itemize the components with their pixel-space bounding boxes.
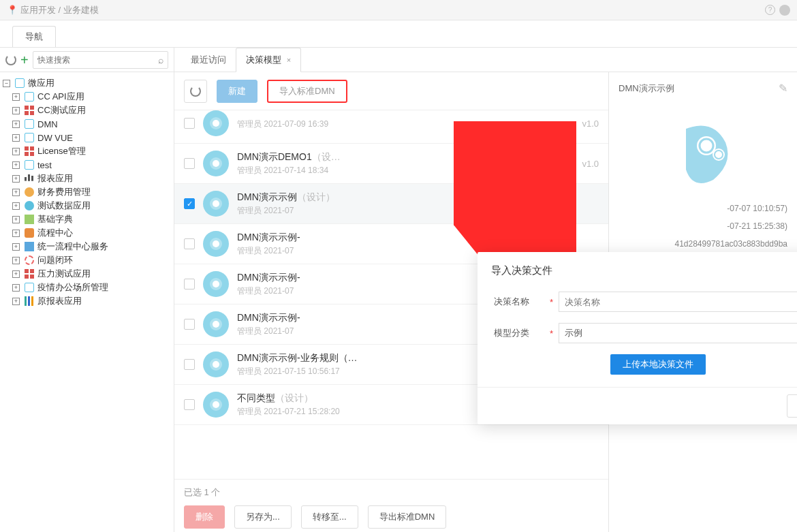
- export-dmn-button[interactable]: 导出标准DMN: [368, 505, 447, 529]
- tree-item[interactable]: +压力测试应用: [3, 267, 171, 281]
- tab-decision-model[interactable]: 决策模型 ×: [236, 48, 301, 72]
- import-dialog: 导入决策文件 ✕ 决策名称 * 模型分类 * 示例 ▼ 上传本地决策文件: [478, 252, 797, 424]
- tree-item[interactable]: +License管理: [3, 144, 171, 158]
- expand-icon[interactable]: +: [12, 93, 20, 101]
- tree-item[interactable]: +CC测试应用: [3, 104, 171, 117]
- new-button[interactable]: 新建: [217, 80, 257, 103]
- svg-point-9: [213, 281, 219, 287]
- tree-item-label: 财务费用管理: [37, 186, 91, 198]
- tree-item[interactable]: +统一流程中心服务: [3, 240, 171, 253]
- tree-item[interactable]: +test: [3, 158, 171, 172]
- add-icon[interactable]: +: [20, 53, 29, 67]
- tree-item[interactable]: +财务费用管理: [3, 185, 171, 199]
- tree-item-label: 压力测试应用: [37, 268, 91, 280]
- refresh-icon[interactable]: [5, 54, 16, 65]
- expand-icon[interactable]: +: [12, 216, 20, 223]
- app-icon: [25, 187, 34, 197]
- tree-item-label: CC API应用: [37, 91, 84, 103]
- svg-point-5: [213, 200, 219, 207]
- expand-icon[interactable]: +: [12, 202, 20, 210]
- selected-count: 已选 1 个: [184, 486, 599, 499]
- required-mark: *: [550, 328, 553, 339]
- tree-item-label: CC测试应用: [37, 104, 86, 116]
- svg-point-15: [213, 401, 219, 408]
- nav-tab[interactable]: 导航: [12, 26, 56, 47]
- import-dmn-button[interactable]: 导入标准DMN: [267, 80, 347, 103]
- tree-item[interactable]: +CC API应用: [3, 90, 171, 104]
- item-checkbox[interactable]: [184, 399, 195, 410]
- list-refresh-button[interactable]: [184, 80, 207, 103]
- upload-button[interactable]: 上传本地决策文件: [610, 354, 706, 375]
- app-icon: [25, 269, 34, 279]
- svg-point-7: [213, 240, 219, 247]
- dialog-close-button[interactable]: 关闭: [787, 394, 797, 418]
- type-label: 模型分类: [494, 327, 548, 339]
- item-checkbox[interactable]: [184, 158, 195, 169]
- tree-item-label: 问题闭环: [37, 254, 73, 266]
- expand-icon[interactable]: +: [12, 243, 20, 251]
- tree-item[interactable]: +基础字典: [3, 213, 171, 226]
- item-title: DMN演示示例-: [237, 232, 591, 244]
- expand-icon[interactable]: +: [12, 230, 20, 237]
- app-icon: [25, 92, 34, 101]
- app-icon: [25, 174, 34, 183]
- expand-icon[interactable]: +: [12, 121, 20, 128]
- tree-item[interactable]: +DMN: [3, 117, 171, 131]
- tree-item-label: DW VUE: [37, 133, 73, 143]
- app-icon: [25, 119, 34, 129]
- item-avatar: [203, 351, 229, 377]
- help-icon[interactable]: ?: [765, 5, 775, 15]
- item-checkbox[interactable]: [184, 118, 195, 129]
- list-item[interactable]: 管理员 2021-07-09 16:39 v1.0: [174, 110, 608, 144]
- list-item[interactable]: DMN演示DEMO1（设… 管理员 2021-07-14 18:34 v1.0: [174, 144, 608, 184]
- expand-icon[interactable]: +: [12, 107, 20, 114]
- tree-item[interactable]: +测试数据应用: [3, 199, 171, 213]
- delete-button[interactable]: 删除: [184, 505, 225, 529]
- tree-root[interactable]: − 微应用: [3, 76, 171, 90]
- tree-item[interactable]: +DW VUE: [3, 131, 171, 144]
- tree-item[interactable]: +报表应用: [3, 172, 171, 185]
- detail-meta: -07-07 10:10:57): [619, 204, 787, 213]
- item-avatar: [203, 392, 229, 418]
- expand-icon[interactable]: +: [12, 298, 20, 305]
- tab-label: 决策模型: [246, 54, 281, 65]
- item-avatar: [203, 271, 229, 297]
- search-input[interactable]: [37, 55, 158, 65]
- expand-icon[interactable]: +: [12, 189, 20, 196]
- decision-name-input[interactable]: [559, 292, 797, 312]
- tree-item[interactable]: +疫情办公场所管理: [3, 281, 171, 294]
- edit-icon[interactable]: ✎: [779, 82, 787, 95]
- tree-item-label: 测试数据应用: [37, 200, 91, 212]
- item-checkbox[interactable]: [184, 238, 195, 249]
- detail-title: DMN演示示例: [619, 82, 674, 95]
- collapse-icon[interactable]: −: [3, 80, 10, 87]
- item-checkbox[interactable]: [184, 359, 195, 370]
- item-avatar: [203, 151, 229, 176]
- expand-icon[interactable]: +: [12, 134, 20, 142]
- saveas-button[interactable]: 另存为...: [234, 505, 292, 529]
- item-checkbox[interactable]: [184, 319, 195, 330]
- moveto-button[interactable]: 转移至...: [301, 505, 358, 529]
- expand-icon[interactable]: +: [12, 148, 20, 155]
- item-checkbox[interactable]: [184, 279, 195, 290]
- tree-item[interactable]: +原报表应用: [3, 294, 171, 308]
- search-icon[interactable]: ⌕: [158, 54, 163, 65]
- item-avatar: [203, 231, 229, 257]
- expand-icon[interactable]: +: [12, 270, 20, 278]
- tree-item[interactable]: +问题闭环: [3, 253, 171, 267]
- app-icon: [25, 106, 34, 115]
- list-item[interactable]: ✓ DMN演示示例（设计） 管理员 2021-07: [174, 184, 608, 224]
- item-checkbox[interactable]: ✓: [184, 198, 195, 209]
- tree-item[interactable]: +流程中心: [3, 226, 171, 240]
- model-type-select[interactable]: 示例 ▼: [559, 323, 797, 343]
- app-icon: [25, 160, 34, 170]
- expand-icon[interactable]: +: [12, 284, 20, 292]
- expand-icon[interactable]: +: [12, 175, 20, 183]
- search-input-wrap[interactable]: ⌕: [33, 51, 168, 69]
- tab-close-icon[interactable]: ×: [287, 56, 291, 64]
- tab-recent[interactable]: 最近访问: [181, 48, 236, 72]
- item-version: v1.0: [582, 159, 599, 169]
- expand-icon[interactable]: +: [12, 257, 20, 264]
- close-window-icon[interactable]: [779, 5, 790, 16]
- expand-icon[interactable]: +: [12, 161, 20, 169]
